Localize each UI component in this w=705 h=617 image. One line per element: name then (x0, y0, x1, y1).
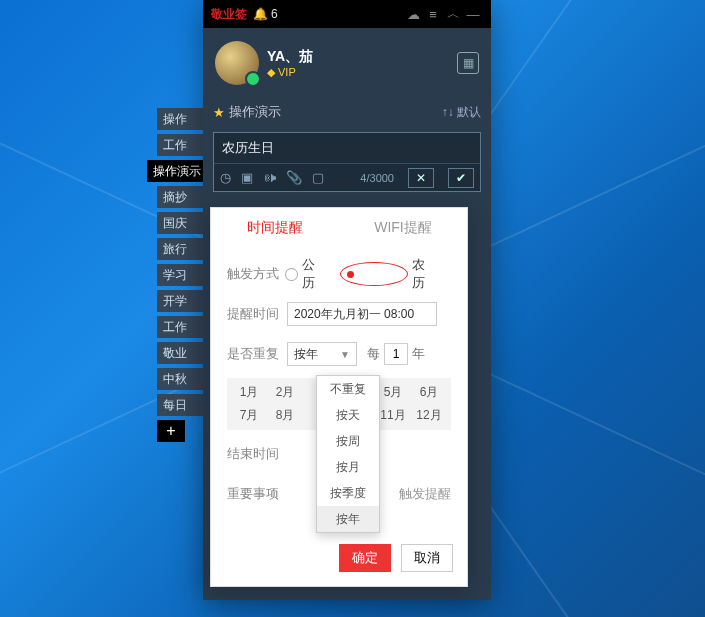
vip-badge: ◆ VIP (267, 66, 313, 79)
note-toolbar: ◷ ▣ 🕪 📎 ▢ 4/3000 ✕ ✔ (214, 163, 480, 191)
user-name: YA、茄 (267, 48, 313, 66)
notification-badge[interactable]: 🔔 6 (253, 7, 278, 21)
radio-solar[interactable]: 公历 (285, 256, 327, 292)
every-count-input[interactable] (384, 343, 408, 365)
remind-time-label: 提醒时间 (227, 305, 287, 323)
important-label: 重要事项 (227, 485, 287, 503)
month-cell[interactable]: 6月 (411, 384, 447, 401)
char-count: 4/3000 (360, 172, 394, 184)
tab-time-reminder[interactable]: 时间提醒 (211, 208, 339, 248)
image-icon[interactable]: ▣ (241, 170, 253, 185)
note-editor: 农历生日 ◷ ▣ 🕪 📎 ▢ 4/3000 ✕ ✔ (213, 132, 481, 192)
sidetab-6[interactable]: 学习 (157, 264, 203, 286)
cancel-note-button[interactable]: ✕ (408, 168, 434, 188)
sidetab-4[interactable]: 国庆 (157, 212, 203, 234)
confirm-note-button[interactable]: ✔ (448, 168, 474, 188)
dropdown-option[interactable]: 按周 (317, 428, 379, 454)
radio-dot-unselected (285, 268, 298, 281)
minimize-icon[interactable]: — (463, 7, 483, 22)
repeat-row: 是否重复 按年 ▼ 每 年 (227, 334, 451, 374)
category-header: ★ 操作演示 ↑↓ 默认 (203, 98, 491, 126)
dropdown-option[interactable]: 按季度 (317, 480, 379, 506)
note-text-input[interactable]: 农历生日 (214, 133, 480, 163)
sidetab-add[interactable]: + (157, 420, 185, 442)
user-bar: YA、茄 ◆ VIP ▦ (203, 28, 491, 98)
sidetab-7[interactable]: 开学 (157, 290, 203, 312)
star-icon: ★ (213, 105, 225, 120)
cancel-button[interactable]: 取消 (401, 544, 453, 572)
dropdown-option-selected[interactable]: 按年 (317, 506, 379, 532)
dropdown-option[interactable]: 按天 (317, 402, 379, 428)
radio-lunar[interactable]: 农历 (340, 256, 437, 292)
titlebar: 敬业签 🔔 6 ☁ ≡ ︿ — (203, 0, 491, 28)
important-hint: 触发提醒 (399, 485, 451, 503)
cloud-icon[interactable]: ☁ (403, 7, 423, 22)
month-cell[interactable]: 2月 (267, 384, 303, 401)
end-time-label: 结束时间 (227, 445, 287, 463)
month-cell[interactable]: 11月 (375, 407, 411, 424)
every-unit: 年 (412, 345, 425, 363)
repeat-select[interactable]: 按年 ▼ (287, 342, 357, 366)
avatar[interactable] (215, 41, 259, 85)
remind-time-row: 提醒时间 (227, 294, 451, 334)
chevron-up-icon[interactable]: ︿ (443, 5, 463, 23)
radio-dot-selected (340, 262, 408, 286)
trigger-row: 触发方式 公历 农历 (227, 254, 451, 294)
month-cell[interactable]: 5月 (375, 384, 411, 401)
month-cell[interactable]: 7月 (231, 407, 267, 424)
remind-time-input[interactable] (287, 302, 437, 326)
calendar-icon: ▦ (463, 56, 474, 70)
repeat-dropdown-menu: 不重复 按天 按周 按月 按季度 按年 (316, 375, 380, 533)
clock-icon[interactable]: ◷ (220, 170, 231, 185)
sidetab-10[interactable]: 中秋 (157, 368, 203, 390)
calendar-button[interactable]: ▦ (457, 52, 479, 74)
sidetab-11[interactable]: 每日 (157, 394, 203, 416)
popover-tabs: 时间提醒 WIFI提醒 (211, 208, 467, 248)
month-cell[interactable]: 8月 (267, 407, 303, 424)
screen-icon[interactable]: ▢ (312, 170, 324, 185)
every-label: 每 (367, 345, 380, 363)
category-side-tabs: 操作 工作 操作演示 摘抄 国庆 旅行 学习 开学 工作 敬业 中秋 每日 + (157, 108, 203, 442)
tab-wifi-reminder[interactable]: WIFI提醒 (339, 208, 467, 248)
repeat-label: 是否重复 (227, 345, 287, 363)
bell-icon: 🔔 (253, 7, 268, 21)
sidetab-8[interactable]: 工作 (157, 316, 203, 338)
notification-count: 6 (271, 7, 278, 21)
month-cell[interactable]: 12月 (411, 407, 447, 424)
sidetab-5[interactable]: 旅行 (157, 238, 203, 260)
sort-button[interactable]: ↑↓ 默认 (442, 104, 481, 121)
sidetab-active[interactable]: 操作演示 (147, 160, 203, 182)
attach-icon[interactable]: 📎 (286, 170, 302, 185)
sidetab-1[interactable]: 工作 (157, 134, 203, 156)
menu-icon[interactable]: ≡ (423, 7, 443, 22)
sound-icon[interactable]: 🕪 (263, 170, 276, 185)
month-cell[interactable]: 1月 (231, 384, 267, 401)
app-brand: 敬业签 (211, 6, 247, 23)
category-name: 操作演示 (229, 103, 281, 121)
diamond-icon: ◆ (267, 66, 275, 79)
sidetab-3[interactable]: 摘抄 (157, 186, 203, 208)
dropdown-option[interactable]: 按月 (317, 454, 379, 480)
ok-button[interactable]: 确定 (339, 544, 391, 572)
caret-down-icon: ▼ (340, 349, 350, 360)
sidetab-9[interactable]: 敬业 (157, 342, 203, 364)
sidetab-0[interactable]: 操作 (157, 108, 203, 130)
dropdown-option[interactable]: 不重复 (317, 376, 379, 402)
trigger-label: 触发方式 (227, 265, 285, 283)
